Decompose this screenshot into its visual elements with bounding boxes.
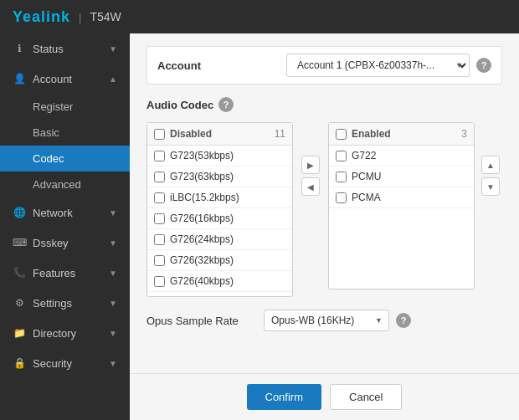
codec-check-pcma[interactable] <box>336 192 347 203</box>
disabled-codec-scroll[interactable]: G723(53kbps) G723(63kbps) iLBC(15.2kbps) <box>147 146 292 296</box>
network-icon: 🌐 <box>13 206 26 219</box>
codec-item-g726-32[interactable]: G726(32kbps) <box>147 250 292 271</box>
codec-item-g723-53[interactable]: G723(53kbps) <box>147 146 292 166</box>
account-bar: Account Account 1 (CPBX-6z00337h-... ? <box>146 46 502 85</box>
footer: Confirm Cancel <box>130 373 519 420</box>
codec-check-g726-24[interactable] <box>154 234 165 245</box>
sidebar-label-status: Status <box>33 43 64 55</box>
codec-check-g726-16[interactable] <box>154 213 165 224</box>
info-icon: ℹ <box>13 42 26 55</box>
sidebar-item-security[interactable]: 🔒 Security ▼ <box>0 348 130 378</box>
security-icon: 🔒 <box>13 356 26 370</box>
codec-label: Codec <box>33 152 64 165</box>
sidebar-label-directory: Directory <box>33 327 76 340</box>
codec-check-g726-32[interactable] <box>154 255 165 266</box>
codec-item-pcma[interactable]: PCMA <box>329 187 474 208</box>
sidebar-sub-register[interactable]: Register <box>0 94 130 120</box>
enabled-count: 3 <box>461 128 467 140</box>
codec-item-g723-63[interactable]: G723(63kbps) <box>147 166 292 187</box>
codec-name-g723-63: G723(63kbps) <box>170 171 234 182</box>
move-down-button[interactable]: ▼ <box>481 177 500 196</box>
sidebar-sub-codec[interactable]: Codec <box>0 146 130 172</box>
codec-name-g726-40: G726(40kbps) <box>170 275 234 287</box>
move-right-button[interactable]: ▶ <box>301 156 320 174</box>
sidebar-label-account: Account <box>33 73 72 85</box>
codec-updown-buttons: ▲ ▼ <box>481 156 500 196</box>
chevron-down-icon4: ▼ <box>109 299 117 308</box>
audio-codec-section: Audio Codec ? <box>146 97 502 112</box>
codec-name-pcmu: PCMU <box>352 171 381 182</box>
sidebar-label-security: Security <box>33 357 72 370</box>
enabled-label: Enabled <box>352 128 391 140</box>
opus-select-wrapper: Opus-WB (16KHz) ? <box>264 310 411 331</box>
audio-codec-title: Audio Codec <box>146 99 213 111</box>
chevron-up-icon: ▲ <box>109 74 117 84</box>
codec-item-g722[interactable]: G722 <box>329 146 474 166</box>
codec-name-g723-53: G723(53kbps) <box>170 150 234 161</box>
sidebar-sub-advanced[interactable]: Advanced <box>0 172 130 197</box>
enabled-select-all[interactable] <box>336 129 347 140</box>
settings-icon: ⚙ <box>13 296 26 310</box>
chevron-down-icon: ▼ <box>109 208 117 218</box>
disabled-count: 11 <box>275 128 285 140</box>
chevron-down-icon2: ▼ <box>109 238 117 248</box>
sidebar-item-dsskey[interactable]: ⌨ Dsskey ▼ <box>0 228 130 258</box>
disabled-select-all[interactable] <box>154 129 165 140</box>
codec-item-g726-40[interactable]: G726(40kbps) <box>147 271 292 292</box>
codec-check-pcmu[interactable] <box>336 172 347 182</box>
codec-item-ilbc[interactable]: iLBC(15.2kbps) <box>147 187 292 208</box>
sidebar-label-settings: Settings <box>33 297 72 310</box>
codec-item-g726-16[interactable]: G726(16kbps) <box>147 208 292 229</box>
codec-item-opus[interactable]: Opus <box>147 292 292 296</box>
move-up-button[interactable]: ▲ <box>481 156 500 174</box>
chevron-icon: ▼ <box>109 44 117 54</box>
content-inner: Account Account 1 (CPBX-6z00337h-... ? A… <box>130 33 519 373</box>
sidebar-sub-basic[interactable]: Basic <box>0 120 130 146</box>
codec-name-pcma: PCMA <box>352 192 381 203</box>
codec-check-g726-40[interactable] <box>154 276 165 287</box>
chevron-down-icon3: ▼ <box>109 269 117 278</box>
sidebar-item-directory[interactable]: 📁 Directory ▼ <box>0 318 130 348</box>
codec-check-g723-53[interactable] <box>154 151 165 161</box>
codec-item-pcmu[interactable]: PCMU <box>329 166 474 187</box>
sidebar-item-settings[interactable]: ⚙ Settings ▼ <box>0 288 130 318</box>
codec-check-g723-63[interactable] <box>154 172 165 182</box>
codec-check-g722[interactable] <box>336 151 347 161</box>
sidebar-item-features[interactable]: 📞 Features ▼ <box>0 258 130 288</box>
codec-name-g726-16: G726(16kbps) <box>170 213 234 224</box>
header-divider: | <box>79 11 81 23</box>
device-model: T54W <box>90 10 121 23</box>
header: Yealink | T54W <box>0 0 519 33</box>
move-left-button[interactable]: ◀ <box>301 177 320 196</box>
opus-label: Opus Sample Rate <box>146 315 255 327</box>
sidebar-item-network[interactable]: 🌐 Network ▼ <box>0 197 130 228</box>
codec-name-g726-32: G726(32kbps) <box>170 254 234 266</box>
confirm-button[interactable]: Confirm <box>247 384 322 410</box>
register-label: Register <box>33 100 73 113</box>
codec-transfer-arrows: ▶ ◀ <box>300 156 321 196</box>
account-select-container: Account 1 (CPBX-6z00337h-... <box>286 54 470 77</box>
sidebar: ℹ Status ▼ 👤 Account ▲ Register Basic Co… <box>0 33 130 420</box>
codec-check-ilbc[interactable] <box>154 192 165 203</box>
account-help-icon[interactable]: ? <box>476 58 491 73</box>
sidebar-label-features: Features <box>33 267 75 279</box>
opus-select[interactable]: Opus-WB (16KHz) <box>264 310 389 331</box>
codec-item-g726-24[interactable]: G726(24kbps) <box>147 229 292 250</box>
sidebar-item-account[interactable]: 👤 Account ▲ <box>0 64 130 94</box>
audio-codec-help-icon[interactable]: ? <box>218 97 234 112</box>
codec-name-g726-24: G726(24kbps) <box>170 233 234 245</box>
account-icon: 👤 <box>13 72 26 85</box>
enabled-codec-header: Enabled 3 <box>329 123 474 146</box>
sidebar-label-dsskey: Dsskey <box>33 237 69 249</box>
logo: Yealink <box>13 8 70 26</box>
chevron-down-icon6: ▼ <box>109 359 117 368</box>
chevron-down-icon5: ▼ <box>109 329 117 338</box>
cancel-button[interactable]: Cancel <box>330 384 402 410</box>
opus-help-icon[interactable]: ? <box>396 313 411 328</box>
basic-label: Basic <box>33 126 59 139</box>
advanced-label: Advanced <box>33 178 81 191</box>
disabled-codec-list: Disabled 11 G723(53kbps) G723(63kbps) <box>146 122 293 297</box>
sidebar-item-status[interactable]: ℹ Status ▼ <box>0 33 130 64</box>
enabled-codec-scroll[interactable]: G722 PCMU PCMA <box>329 146 474 208</box>
account-select[interactable]: Account 1 (CPBX-6z00337h-... <box>286 54 470 77</box>
